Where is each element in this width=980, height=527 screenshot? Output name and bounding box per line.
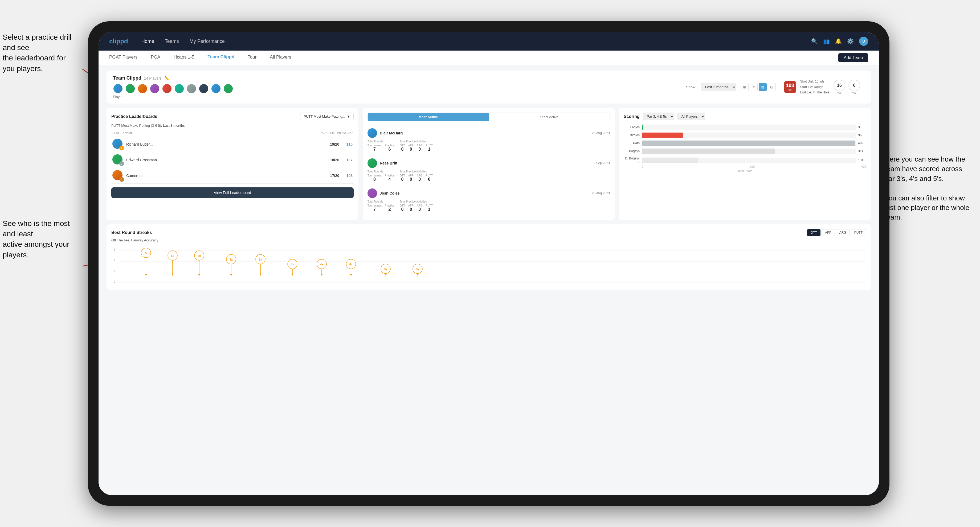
player-avatar-7 — [186, 84, 197, 94]
practice-activities-section-2: Total Practice Activities OTT 0 APP 0 — [400, 170, 433, 182]
streak-filter-putt[interactable]: PUTT — [851, 229, 866, 236]
svg-text:3x: 3x — [416, 268, 419, 271]
settings-icon[interactable]: ⚙️ — [847, 38, 854, 44]
activity-avatar-2 — [368, 158, 377, 168]
bar-value-dbogeys: 131 — [858, 158, 866, 162]
player-activity-header-1: Blair McHarg 26 Aug 2023 — [368, 128, 610, 138]
total-rounds-section-1: Total Rounds Tournament 7 Practice 6 — [368, 140, 395, 152]
subnav-allplayers[interactable]: All Players — [270, 55, 291, 61]
putt-stat-1: PUTT 1 — [426, 144, 433, 152]
add-team-button[interactable]: Add Team — [838, 53, 868, 62]
tournament-stat-1: Tournament 7 — [368, 144, 382, 152]
svg-point-29 — [259, 274, 261, 275]
subnav-hcaps[interactable]: Hcaps 1-5 — [173, 55, 194, 61]
streak-filter-app[interactable]: APP — [822, 229, 835, 236]
app-stat-2: APP 0 — [408, 174, 414, 182]
subnav-teamclippd[interactable]: Team Clippd — [208, 54, 235, 61]
lb-rank-avatar-1: 1 — [112, 139, 124, 150]
navbar-icons: 🔍 👥 🔔 ⚙️ U — [811, 37, 868, 46]
lb-score-1: 19/20 — [326, 142, 339, 146]
user-avatar[interactable]: U — [859, 37, 868, 46]
bar-fill-bogeys — [642, 149, 775, 154]
streak-chart-area: 8 6 4 2 7x — [111, 245, 866, 285]
bar-label-birdies: Birdies — [624, 133, 640, 137]
app-stat-1: APP 0 — [408, 144, 414, 152]
par-filter-select[interactable]: Par 3, 4 & 5s Par 3s Par 4s Par 5s — [643, 113, 674, 120]
putt-stat-3: PUTT 1 — [426, 204, 433, 212]
lb-score-3: 17/20 — [326, 173, 339, 178]
svg-text:7x: 7x — [144, 252, 148, 255]
team-header-right: Show: Last 3 months Last 6 months Last y… — [686, 76, 864, 98]
svg-point-49 — [417, 274, 418, 275]
ott-stat-3: OTT 0 — [400, 204, 405, 212]
nav-link-home[interactable]: Home — [142, 39, 154, 44]
players-label: Players — [113, 95, 124, 99]
leaderboard-subtitle: PUTT Must Make Putting (3-6 ft), Last 3 … — [111, 124, 354, 127]
svg-text:5x: 5x — [259, 258, 262, 261]
team-header-card: Team Clippd 14 Players ✏️ — [107, 71, 871, 103]
player-filter-select[interactable]: All Players — [678, 113, 705, 120]
tablet-frame: clippd Home Teams My Performance 🔍 👥 🔔 ⚙… — [88, 21, 889, 506]
show-period-select[interactable]: Last 3 months Last 6 months Last year — [701, 83, 736, 91]
lb-score-2: 18/20 — [326, 158, 339, 162]
detail-view-btn[interactable]: ⊟ — [768, 83, 776, 91]
svg-text:4x: 4x — [349, 263, 353, 266]
shot-details: Shot Dist: 16 yds Start Lie: Rough End L… — [800, 79, 829, 95]
edit-team-icon[interactable]: ✏️ — [164, 76, 170, 81]
svg-text:6x: 6x — [197, 254, 201, 257]
leaderboard-card: Practice Leaderboards PUTT Must Make Put… — [107, 108, 358, 220]
practice-activities-row-3: OTT 0 APP 0 ARG 0 — [400, 204, 433, 212]
search-icon[interactable]: 🔍 — [811, 38, 818, 44]
rounds-stats-row-2: Tournament 8 Practice 4 — [368, 174, 395, 182]
bar-label-eagles: Eagles — [624, 125, 640, 129]
lb-player-name-3: Cameron... — [126, 173, 323, 178]
tab-most-active[interactable]: Most Active — [368, 113, 488, 121]
lb-player-name-2: Edward Crossman — [126, 158, 323, 162]
player-activity-header-2: Rees Britt 02 Sep 2023 — [368, 158, 610, 168]
leaderboard-dropdown[interactable]: PUTT Must Make Putting... ▼ — [300, 113, 354, 120]
list-view-btn[interactable]: ≡ — [749, 83, 757, 91]
bar-fill-birdies — [642, 133, 683, 138]
practice-stat-2: Practice 4 — [385, 174, 395, 182]
nav-link-teams[interactable]: Teams — [165, 39, 179, 44]
bar-row-eagles: Eagles 3 — [624, 125, 866, 130]
player-avatar-5 — [162, 84, 172, 94]
activity-date-3: 26 Aug 2023 — [592, 191, 610, 195]
lb-rank-avatar-2: 2 — [112, 154, 124, 165]
activity-avatar-3 — [368, 189, 377, 198]
main-content: Team Clippd 14 Players ✏️ — [99, 65, 879, 495]
nav-link-performance[interactable]: My Performance — [189, 39, 225, 44]
tab-least-active[interactable]: Least Active — [488, 113, 609, 121]
leaderboard-title: Practice Leaderboards — [111, 114, 158, 119]
svg-text:4x: 4x — [320, 263, 323, 266]
leaderboard-header: Practice Leaderboards PUTT Must Make Put… — [111, 113, 354, 120]
subnav-tour[interactable]: Tour — [248, 55, 256, 61]
card-view-btn[interactable]: ▦ — [759, 83, 767, 91]
annotation-bottom-left: See who is the most and least active amo… — [3, 218, 77, 260]
activity-avatar-1 — [368, 128, 377, 138]
three-cols: Practice Leaderboards PUTT Must Make Put… — [107, 108, 871, 220]
shot-badge: 198 SC — [784, 81, 796, 93]
bell-icon[interactable]: 🔔 — [835, 38, 842, 44]
activity-player-name-1: Blair McHarg — [380, 131, 589, 135]
arg-stat-1: ARG 0 — [417, 144, 423, 152]
svg-point-33 — [291, 274, 293, 275]
bar-row-pars: Pars 499 — [624, 141, 866, 146]
people-icon[interactable]: 👥 — [823, 38, 830, 44]
streak-filter-ott[interactable]: OTT — [807, 229, 821, 236]
player-avatar-4 — [150, 84, 160, 94]
svg-text:6x: 6x — [171, 254, 174, 257]
streak-filter-arg[interactable]: ARG — [836, 229, 850, 236]
arg-stat-2: ARG 0 — [417, 174, 423, 182]
scoring-header: Scoring Par 3, 4 & 5s Par 3s Par 4s Par … — [624, 113, 866, 120]
subnav-pgat[interactable]: PGAT Players — [109, 55, 137, 61]
view-full-leaderboard-button[interactable]: View Full Leaderboard — [111, 187, 354, 198]
player-avatar-3 — [137, 84, 148, 94]
grid-view-btn[interactable]: ⊞ — [741, 83, 749, 91]
annotation-top-left: Select a practice drill and see the lead… — [3, 32, 77, 74]
svg-text:6: 6 — [114, 259, 116, 262]
total-rounds-label-2: Total Rounds — [368, 170, 395, 173]
svg-point-45 — [385, 274, 387, 275]
subnav-pga[interactable]: PGA — [151, 55, 160, 61]
bar-value-birdies: 96 — [858, 133, 866, 137]
